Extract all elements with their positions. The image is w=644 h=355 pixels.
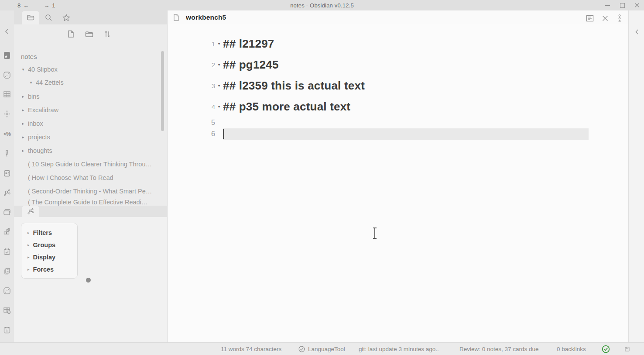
collapse-caret-icon[interactable]: ▾ (20, 67, 26, 72)
line-text[interactable] (223, 117, 589, 128)
vault-name[interactable]: notes (21, 50, 37, 62)
new-folder-icon[interactable] (83, 28, 95, 40)
collapse-caret-icon[interactable]: ▸ (20, 94, 26, 99)
graph-controls-pane: ▸ Filters ▸ Groups ▸ Display ▸ Forces (14, 217, 167, 342)
table-icon[interactable] (2, 89, 12, 100)
daily-note-icon[interactable] (2, 325, 12, 335)
maximize-icon[interactable] (620, 3, 625, 8)
tree-label: inbox (28, 120, 43, 127)
backlinks-count[interactable]: 0 backlinks (557, 343, 586, 355)
tab-file-explorer[interactable] (22, 11, 39, 24)
tree-file[interactable]: ( 10 Step Guide to Clearer Thinking Thro… (14, 158, 154, 170)
starred-card-icon[interactable] (2, 50, 12, 61)
star-icon (62, 14, 71, 22)
blocks-icon[interactable] (2, 227, 12, 237)
line-text[interactable]: ## l2359 this is actual text (223, 79, 589, 93)
collapse-caret-icon[interactable]: ▸ (20, 148, 26, 153)
editor-pane: workbench5 1 ▾ ## l21297 2 ▾ ## pg1245 (167, 10, 628, 342)
line-number: 4 (212, 103, 215, 110)
check-circle-icon (298, 346, 305, 352)
line-text[interactable]: ## l21297 (223, 37, 589, 51)
random-note-dice-icon[interactable] (2, 70, 12, 80)
pen-icon[interactable] (2, 148, 12, 159)
tree-label: ( The Complete Guide to Effective Readi… (28, 199, 147, 206)
line-number: 1 (212, 40, 215, 48)
right-sidebar-collapsed (628, 10, 644, 342)
statusbar: 11 words 74 characters LanguageTool git:… (0, 342, 644, 355)
graph-section-groups[interactable]: ▸ Groups (27, 239, 75, 251)
tree-folder-inbox[interactable]: ▸ inbox (14, 117, 162, 130)
fold-caret-icon[interactable]: ▾ (215, 84, 223, 88)
sync-check-icon[interactable] (602, 343, 610, 355)
collapse-caret-icon[interactable]: ▾ (28, 80, 34, 85)
templater-icon[interactable]: <% (2, 129, 12, 139)
left-sidebar: notes ▾ 40 Slipbox ▾ 44 Zettels ▸ bins ▸… (14, 10, 167, 342)
graph-section-label: Filters (33, 229, 52, 236)
review-calendar-icon[interactable] (2, 246, 12, 257)
graph-expand-icon[interactable] (2, 109, 12, 119)
slides-icon[interactable] (2, 168, 12, 179)
left-ribbon: <% (0, 10, 14, 342)
gutter: 5 (168, 119, 223, 127)
git-status[interactable]: git: last update 3 minutes ago.. (359, 343, 439, 355)
graph-icon (27, 207, 34, 215)
line-text[interactable]: ## p35 more actual text (223, 100, 589, 114)
collapse-caret-icon[interactable]: ▸ (20, 108, 26, 112)
collapse-caret-icon[interactable]: ▸ (20, 135, 26, 139)
fold-caret-icon[interactable]: ▾ (215, 63, 223, 67)
text-cursor (223, 129, 224, 139)
tree-folder-40-slipbox[interactable]: ▾ 40 Slipbox (14, 63, 162, 76)
tree-folder-projects[interactable]: ▸ projects (14, 131, 162, 143)
reading-mode-icon[interactable] (585, 14, 595, 23)
review-status[interactable]: Review: 0 notes, 37 cards due (459, 343, 539, 355)
tree-folder-44-zettels[interactable]: ▾ 44 Zettels (14, 76, 162, 89)
graph-section-display[interactable]: ▸ Display (27, 251, 75, 263)
dice-icon[interactable] (2, 286, 12, 296)
collapse-caret-icon[interactable]: ▸ (20, 121, 26, 126)
tree-label: projects (28, 134, 50, 141)
gutter: 4 ▾ (168, 103, 223, 110)
collapse-left-sidebar-icon[interactable] (2, 26, 12, 37)
active-line-text[interactable] (223, 128, 589, 140)
database-table-icon[interactable] (2, 305, 12, 316)
tree-file[interactable]: ( How I Choose What To Read (14, 172, 154, 184)
word-count: 11 words 74 characters (221, 343, 281, 355)
window-title: notes - Obsidian v0.12.5 (0, 0, 644, 10)
tree-folder-bins[interactable]: ▸ bins (14, 90, 162, 103)
tab-starred[interactable] (58, 11, 75, 24)
fold-caret-icon[interactable]: ▾ (215, 42, 223, 46)
editor-body[interactable]: 1 ▾ ## l21297 2 ▾ ## pg1245 3 ▾ ## l2359… (168, 24, 628, 342)
note-title[interactable]: workbench5 (186, 10, 226, 24)
file-tree: notes ▾ 40 Slipbox ▾ 44 Zettels ▸ bins ▸… (14, 43, 167, 206)
graph-section-filters[interactable]: ▸ Filters (27, 227, 75, 239)
graph-icon[interactable] (2, 187, 12, 198)
tree-file[interactable]: ( The Complete Guide to Effective Readi… (14, 199, 154, 206)
save-status-icon[interactable] (625, 343, 630, 355)
editor-line-2: 2 ▾ ## pg1245 (168, 54, 628, 75)
collapse-caret-icon: ▸ (27, 255, 30, 259)
tree-folder-thoughts[interactable]: ▸ thoughts (14, 145, 162, 157)
tree-file[interactable]: ( Second-Order Thinking - What Smart Pe… (14, 185, 154, 197)
new-note-icon[interactable] (65, 28, 76, 40)
close-pane-icon[interactable] (600, 14, 610, 23)
fold-caret-icon[interactable]: ▾ (215, 105, 223, 109)
folder-icon (27, 14, 35, 22)
more-options-icon[interactable] (615, 14, 624, 23)
graph-node[interactable] (86, 278, 91, 283)
graph-section-forces[interactable]: ▸ Forces (27, 263, 75, 276)
expand-right-sidebar-icon[interactable] (632, 27, 642, 37)
collapse-caret-icon: ▸ (27, 243, 30, 247)
mouse-cursor (372, 227, 378, 241)
tree-folder-excalidraw[interactable]: ▸ Excalidraw (14, 104, 162, 116)
languagetool-status[interactable]: LanguageTool (298, 343, 345, 355)
tab-search[interactable] (40, 11, 57, 24)
explorer-scrollbar[interactable] (161, 51, 164, 131)
copy-documents-icon[interactable] (2, 266, 12, 276)
sort-order-icon[interactable] (102, 28, 113, 40)
card-stack-icon[interactable] (2, 207, 12, 217)
tree-label: Excalidraw (28, 107, 58, 114)
close-window-icon[interactable] (634, 3, 640, 8)
line-text[interactable]: ## pg1245 (223, 58, 589, 72)
minimize-icon[interactable] (605, 3, 610, 8)
tab-local-graph[interactable] (22, 206, 39, 217)
